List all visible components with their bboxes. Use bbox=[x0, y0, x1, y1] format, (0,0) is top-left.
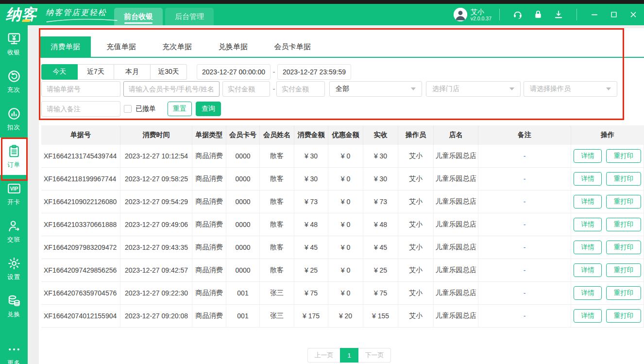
doc-tab-4[interactable]: 兑换单据 bbox=[207, 36, 258, 57]
doc-tab-5[interactable]: 会员卡单据 bbox=[263, 36, 322, 57]
maximize-icon[interactable] bbox=[610, 10, 618, 19]
table-header-11: 备注 bbox=[478, 125, 571, 145]
detail-button[interactable]: 详情 bbox=[574, 218, 602, 231]
cell-operator: 艾小 bbox=[398, 236, 434, 259]
cell-operator: 艾小 bbox=[398, 259, 434, 281]
amount-min-input[interactable] bbox=[222, 81, 270, 97]
brand: 纳客 纳客管店更轻松 bbox=[6, 5, 119, 24]
cell-remark: - bbox=[478, 236, 571, 259]
cell-discount: ¥ 0 bbox=[328, 168, 363, 190]
sidebar-item-deduct-times[interactable]: 扣次 bbox=[0, 100, 28, 138]
sidebar-item-cash-register[interactable]: 收银 bbox=[0, 25, 28, 63]
recharge-times-icon bbox=[7, 69, 21, 84]
cell-time: 2023-12-27 10:12:54 bbox=[120, 145, 192, 167]
cell-no: XF16642131745439744 bbox=[41, 145, 120, 167]
detail-button[interactable]: 详情 bbox=[574, 286, 602, 300]
order-type-select[interactable]: 全部 bbox=[329, 81, 422, 97]
reprint-button[interactable]: 重打印 bbox=[606, 172, 641, 186]
date-to-input[interactable] bbox=[277, 64, 351, 80]
cell-member: 张三 bbox=[260, 282, 294, 304]
operator-select[interactable]: 请选择操作员 bbox=[524, 81, 617, 97]
cell-paid: ¥ 73 bbox=[363, 191, 398, 213]
download-icon[interactable] bbox=[553, 9, 564, 20]
avatar[interactable] bbox=[454, 8, 467, 21]
header-divider bbox=[576, 9, 577, 20]
pagination-next-button[interactable]: 下一页 bbox=[358, 348, 391, 363]
sidebar-item-orders[interactable]: 订单 bbox=[0, 138, 28, 175]
table-header-12: 操作 bbox=[571, 125, 644, 145]
reset-button[interactable]: 重置 bbox=[168, 102, 192, 116]
sidebar-item-exchange-coins[interactable]: 兑换 bbox=[0, 287, 28, 325]
chevron-down-icon bbox=[411, 87, 416, 90]
store-select-placeholder: 选择门店 bbox=[432, 85, 459, 93]
cell-store: 儿童乐园总店 bbox=[434, 282, 478, 304]
detail-button[interactable]: 详情 bbox=[574, 241, 602, 254]
quick-range-2[interactable]: 近7天 bbox=[78, 64, 114, 80]
table-header-2: 消费时间 bbox=[120, 125, 192, 145]
cell-discount: ¥ 0 bbox=[328, 191, 363, 213]
cell-amount: ¥ 73 bbox=[294, 191, 328, 213]
sidebar-item-settings-gear[interactable]: 设置 bbox=[0, 250, 28, 287]
lock-icon[interactable] bbox=[533, 9, 543, 20]
cell-discount: ¥ 0 bbox=[328, 282, 363, 304]
detail-button[interactable]: 详情 bbox=[574, 149, 602, 163]
user-block[interactable]: 艾小 v2.0.0.37 bbox=[471, 8, 491, 21]
reprint-button[interactable]: 重打印 bbox=[606, 218, 641, 231]
detail-button[interactable]: 详情 bbox=[574, 263, 602, 277]
sidebar-item-shift-change[interactable]: 交班 bbox=[0, 212, 28, 250]
reprint-button[interactable]: 重打印 bbox=[606, 263, 641, 277]
detail-button[interactable]: 详情 bbox=[574, 172, 602, 186]
shift-change-icon bbox=[7, 219, 21, 233]
search-button[interactable]: 查询 bbox=[196, 102, 221, 116]
cell-operator: 艾小 bbox=[398, 213, 434, 236]
nav-tab-label: 前台收银 bbox=[124, 12, 153, 21]
cell-member: 散客 bbox=[260, 191, 294, 213]
nav-tab-front-cashier[interactable]: 前台收银 bbox=[114, 8, 163, 25]
sidebar-item-more-dots[interactable]: 更多 bbox=[0, 338, 28, 364]
quick-range-3[interactable]: 本月 bbox=[114, 64, 151, 80]
reprint-button[interactable]: 重打印 bbox=[606, 195, 641, 208]
window-top-strip bbox=[0, 0, 644, 4]
remark-input[interactable] bbox=[41, 101, 120, 117]
store-select[interactable]: 选择门店 bbox=[426, 81, 521, 97]
cell-card: 0000 bbox=[226, 145, 260, 167]
doc-tab-3[interactable]: 充次单据 bbox=[152, 36, 203, 57]
revoked-checkbox[interactable] bbox=[124, 105, 132, 113]
doc-tab-2[interactable]: 充值单据 bbox=[96, 36, 147, 57]
cell-remark: - bbox=[478, 168, 571, 190]
cell-store: 儿童乐园总店 bbox=[434, 236, 478, 259]
minimize-icon[interactable] bbox=[590, 10, 599, 19]
nav-tab-back-office[interactable]: 后台管理 bbox=[165, 8, 214, 25]
reprint-button[interactable]: 重打印 bbox=[606, 309, 641, 323]
member-search-input[interactable] bbox=[123, 81, 220, 97]
support-headset-icon[interactable] bbox=[512, 9, 523, 20]
cell-no: XF16642097429856256 bbox=[41, 259, 120, 281]
table-header-7: 优惠金额 bbox=[328, 125, 363, 145]
sidebar-item-vip-card[interactable]: VIP开卡 bbox=[0, 175, 28, 212]
order-number-input[interactable] bbox=[41, 81, 120, 97]
reprint-button[interactable]: 重打印 bbox=[606, 149, 641, 163]
cell-card: 001 bbox=[226, 305, 260, 327]
doc-tab-1[interactable]: 消费单据 bbox=[40, 36, 91, 57]
table-header-3: 单据类型 bbox=[192, 125, 226, 145]
brand-accent-mark bbox=[22, 19, 31, 22]
date-from-input[interactable] bbox=[197, 64, 271, 80]
amount-max-input[interactable] bbox=[276, 81, 325, 97]
pagination-prev-button[interactable]: 上一页 bbox=[307, 348, 340, 363]
cell-no: XF16642103370661888 bbox=[41, 213, 120, 236]
reprint-button[interactable]: 重打印 bbox=[606, 286, 641, 300]
cell-store: 儿童乐园总店 bbox=[434, 213, 478, 236]
table-row: XF166421181999677442023-12-27 09:58:25商品… bbox=[41, 168, 644, 191]
detail-button[interactable]: 详情 bbox=[574, 195, 602, 208]
close-icon[interactable] bbox=[629, 10, 638, 19]
detail-button[interactable]: 详情 bbox=[574, 309, 602, 323]
pagination-page-1[interactable]: 1 bbox=[340, 348, 358, 363]
cell-type: 商品消费 bbox=[192, 213, 226, 236]
sidebar-item-recharge-times[interactable]: 充次 bbox=[0, 63, 28, 100]
cell-member: 散客 bbox=[260, 168, 294, 190]
quick-range-1[interactable]: 今天 bbox=[41, 64, 78, 80]
table-header-5: 会员姓名 bbox=[260, 125, 294, 145]
reprint-button[interactable]: 重打印 bbox=[606, 241, 641, 254]
quick-range-4[interactable]: 近30天 bbox=[151, 64, 187, 80]
cell-discount: ¥ 0 bbox=[328, 236, 363, 259]
